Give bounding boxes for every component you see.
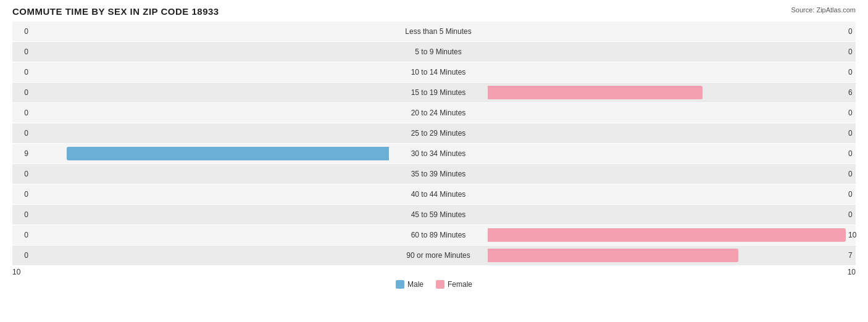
right-bar-area xyxy=(488,144,846,163)
header-row: COMMUTE TIME BY SEX IN ZIP CODE 18933 So… xyxy=(12,6,856,17)
right-value: 0 xyxy=(846,170,864,178)
male-bar xyxy=(67,147,389,160)
bar-row: 0 45 to 59 Minutes 0 xyxy=(12,205,856,225)
female-bar xyxy=(488,228,846,242)
right-bar-area xyxy=(488,225,846,245)
bar-label: 30 to 34 Minutes xyxy=(389,149,488,158)
right-value: 10 xyxy=(846,231,864,239)
right-value: 0 xyxy=(846,109,864,117)
axis-right: 10 xyxy=(848,268,856,276)
axis-row: 10 10 xyxy=(12,268,856,276)
bar-label: 40 to 44 Minutes xyxy=(389,190,488,199)
left-bar-area xyxy=(31,164,389,184)
left-value: 0 xyxy=(12,231,31,239)
bar-label: 35 to 39 Minutes xyxy=(389,170,488,178)
legend-male-box xyxy=(396,280,404,289)
right-value: 0 xyxy=(846,129,864,138)
left-value: 0 xyxy=(12,170,31,178)
bar-label: 15 to 19 Minutes xyxy=(389,88,488,97)
bar-label: Less than 5 Minutes xyxy=(389,27,488,36)
left-value: 9 xyxy=(12,149,31,158)
left-value: 0 xyxy=(12,109,31,117)
left-bar-area xyxy=(31,184,389,204)
axis-left: 10 xyxy=(12,268,20,276)
left-bar-area xyxy=(31,62,389,82)
bar-row: 0 35 to 39 Minutes 0 xyxy=(12,164,856,184)
legend-female-label: Female xyxy=(448,280,472,289)
right-bar-area xyxy=(488,184,846,204)
right-value: 0 xyxy=(846,68,864,76)
right-bar-area xyxy=(488,103,846,123)
bar-row: 0 20 to 24 Minutes 0 xyxy=(12,103,856,123)
left-value: 0 xyxy=(12,210,31,219)
bar-label: 60 to 89 Minutes xyxy=(389,231,488,239)
chart-title: COMMUTE TIME BY SEX IN ZIP CODE 18933 xyxy=(12,6,219,17)
left-value: 0 xyxy=(12,27,31,36)
right-value: 0 xyxy=(846,210,864,219)
left-value: 0 xyxy=(12,251,31,260)
left-bar-area xyxy=(31,22,389,41)
bar-row: 9 30 to 34 Minutes 0 xyxy=(12,144,856,163)
right-bar-area xyxy=(488,164,846,184)
left-bar-area xyxy=(31,42,389,62)
right-value: 7 xyxy=(846,251,864,260)
left-bar-area xyxy=(31,123,389,143)
legend: Male Female xyxy=(12,280,856,289)
right-bar-area xyxy=(488,22,846,41)
bar-label: 25 to 29 Minutes xyxy=(389,129,488,138)
bar-row: 0 90 or more Minutes 7 xyxy=(12,246,856,265)
bar-label: 45 to 59 Minutes xyxy=(389,210,488,219)
right-value: 0 xyxy=(846,47,864,56)
source-text: Source: ZipAtlas.com xyxy=(791,6,856,14)
right-bar-area xyxy=(488,42,846,62)
bar-row: 0 10 to 14 Minutes 0 xyxy=(12,62,856,82)
left-bar-area xyxy=(31,144,389,163)
female-bar xyxy=(488,249,738,262)
left-value: 0 xyxy=(12,47,31,56)
left-bar-area xyxy=(31,83,389,102)
right-bar-area xyxy=(488,62,846,82)
bar-row: 0 25 to 29 Minutes 0 xyxy=(12,123,856,143)
legend-male: Male xyxy=(396,280,424,289)
left-bar-area xyxy=(31,225,389,245)
right-bar-area xyxy=(488,246,846,265)
bar-row: 0 15 to 19 Minutes 6 xyxy=(12,83,856,102)
legend-male-label: Male xyxy=(407,280,424,289)
bar-label: 10 to 14 Minutes xyxy=(389,68,488,76)
legend-female-box xyxy=(436,280,444,289)
left-value: 0 xyxy=(12,129,31,138)
female-bar xyxy=(488,86,703,99)
bar-label: 5 to 9 Minutes xyxy=(389,47,488,56)
left-bar-area xyxy=(31,103,389,123)
bar-label: 20 to 24 Minutes xyxy=(389,109,488,117)
bar-row: 0 Less than 5 Minutes 0 xyxy=(12,22,856,41)
bars-area: 0 Less than 5 Minutes 0 0 5 to 9 Minutes… xyxy=(12,22,856,265)
right-bar-area xyxy=(488,123,846,143)
chart-container: COMMUTE TIME BY SEX IN ZIP CODE 18933 So… xyxy=(0,0,868,322)
left-bar-area xyxy=(31,205,389,225)
left-value: 0 xyxy=(12,88,31,97)
right-value: 0 xyxy=(846,190,864,199)
left-bar-area xyxy=(31,246,389,265)
right-value: 6 xyxy=(846,88,864,97)
bar-label: 90 or more Minutes xyxy=(389,251,488,260)
left-value: 0 xyxy=(12,190,31,199)
left-value: 0 xyxy=(12,68,31,76)
bar-row: 0 40 to 44 Minutes 0 xyxy=(12,184,856,204)
right-bar-area xyxy=(488,205,846,225)
bar-row: 0 60 to 89 Minutes 10 xyxy=(12,225,856,245)
right-bar-area xyxy=(488,83,846,102)
bar-row: 0 5 to 9 Minutes 0 xyxy=(12,42,856,62)
right-value: 0 xyxy=(846,149,864,158)
right-value: 0 xyxy=(846,27,864,36)
legend-female: Female xyxy=(436,280,472,289)
